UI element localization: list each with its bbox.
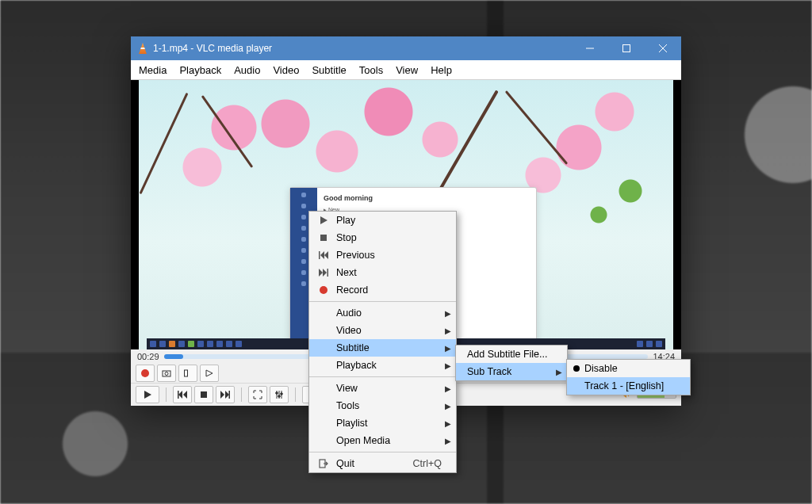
sub-sub-track[interactable]: Sub Track▶ (456, 363, 567, 380)
ctx-video[interactable]: Video▶ (309, 322, 456, 339)
ctx-tools[interactable]: Tools▶ (309, 397, 456, 414)
menu-audio[interactable]: Audio (228, 63, 266, 78)
sub-sub-track-label: Sub Track (462, 366, 553, 377)
submenu-arrow-icon: ▶ (445, 309, 451, 318)
svg-marker-9 (178, 391, 182, 399)
next-button[interactable] (216, 386, 235, 403)
menu-help[interactable]: Help (424, 63, 458, 78)
menu-tools[interactable]: Tools (353, 63, 389, 78)
svg-marker-7 (206, 370, 213, 376)
video-content-greeting: Good morning (324, 194, 530, 202)
menu-playback[interactable]: Playback (173, 63, 228, 78)
ctx-quit[interactable]: Quit Ctrl+Q (309, 455, 456, 472)
svg-point-34 (320, 286, 327, 294)
submenu-arrow-icon: ▶ (445, 361, 451, 370)
svg-point-19 (276, 392, 278, 395)
extended-settings-button[interactable] (270, 386, 289, 403)
loop-b-button[interactable] (200, 365, 219, 382)
prev-button[interactable] (173, 386, 192, 403)
submenu-arrow-icon: ▶ (445, 384, 451, 393)
track-1-label: Track 1 - [English] (584, 380, 676, 391)
svg-marker-11 (183, 391, 187, 399)
loop-a-button[interactable] (178, 365, 197, 382)
submenu-arrow-icon: ▶ (556, 368, 562, 376)
minimize-button[interactable] (572, 36, 608, 60)
svg-rect-12 (201, 391, 207, 398)
titlebar[interactable]: 1-1.mp4 - VLC media player (131, 36, 681, 60)
ctx-stop-label: Stop (336, 232, 442, 243)
submenu-arrow-icon: ▶ (445, 437, 451, 445)
svg-point-21 (281, 393, 283, 395)
svg-rect-27 (320, 235, 327, 241)
ctx-audio-label: Audio (336, 307, 442, 319)
quit-icon (316, 459, 331, 468)
ctx-next-label: Next (336, 267, 442, 278)
menu-subtitle[interactable]: Subtitle (305, 63, 352, 78)
submenu-arrow-icon: ▶ (445, 419, 451, 428)
stop-icon (316, 233, 331, 242)
ctx-open-media-label: Open Media (336, 435, 442, 446)
ctx-playback-label: Playback (336, 360, 442, 371)
ctx-quit-accel: Ctrl+Q (413, 458, 442, 469)
subtitle-submenu: Add Subtitle File... Sub Track▶ (455, 345, 568, 381)
close-button[interactable] (645, 36, 681, 60)
submenu-arrow-icon: ▶ (445, 326, 451, 335)
ctx-playback[interactable]: Playback▶ (309, 357, 456, 374)
svg-rect-28 (319, 251, 320, 259)
record-button[interactable] (136, 365, 155, 382)
track-disable[interactable]: Disable (567, 360, 690, 377)
play-icon (316, 216, 331, 225)
submenu-arrow-icon: ▶ (445, 344, 451, 353)
window-title: 1-1.mp4 - VLC media player (153, 43, 272, 54)
track-1-english[interactable]: Track 1 - [English] (567, 377, 690, 395)
menu-video[interactable]: Video (266, 63, 305, 78)
time-elapsed: 00:29 (137, 352, 159, 361)
svg-marker-14 (225, 391, 229, 399)
radio-selected-icon (573, 365, 580, 372)
svg-marker-29 (320, 251, 324, 259)
menu-media[interactable]: Media (132, 63, 173, 78)
vlc-cone-icon (137, 43, 148, 54)
snapshot-button[interactable] (157, 365, 176, 382)
fullscreen-button[interactable] (248, 386, 267, 403)
ctx-previous-label: Previous (336, 250, 442, 261)
ctx-subtitle[interactable]: Subtitle▶ (309, 339, 456, 357)
sub-add-file[interactable]: Add Subtitle File... (456, 346, 567, 363)
ctx-quit-label: Quit (336, 458, 397, 469)
svg-marker-31 (319, 269, 323, 277)
ctx-record[interactable]: Record (309, 281, 456, 299)
ctx-tools-label: Tools (336, 400, 442, 411)
menu-view[interactable]: View (389, 63, 424, 78)
maximize-button[interactable] (608, 36, 645, 60)
svg-marker-8 (144, 391, 151, 399)
ctx-play[interactable]: Play (309, 212, 456, 229)
stop-button[interactable] (194, 386, 213, 403)
svg-rect-15 (229, 391, 231, 399)
svg-point-5 (165, 372, 168, 376)
svg-rect-10 (178, 391, 179, 399)
svg-rect-1 (623, 45, 630, 52)
ctx-audio[interactable]: Audio▶ (309, 304, 456, 322)
ctx-stop[interactable]: Stop (309, 229, 456, 246)
ctx-playlist-label: Playlist (336, 418, 442, 429)
submenu-arrow-icon: ▶ (445, 402, 451, 410)
ctx-playlist[interactable]: Playlist▶ (309, 414, 456, 432)
svg-rect-33 (327, 269, 329, 277)
ctx-subtitle-label: Subtitle (336, 342, 442, 353)
ctx-next[interactable]: Next (309, 264, 456, 281)
next-icon (316, 268, 331, 277)
ctx-view[interactable]: View▶ (309, 380, 456, 397)
svg-marker-13 (220, 391, 224, 399)
context-menu: Play Stop Previous Next Record Audio▶ Vi… (308, 211, 457, 473)
ctx-previous[interactable]: Previous (309, 246, 456, 264)
ctx-video-label: Video (336, 325, 442, 336)
ctx-open-media[interactable]: Open Media▶ (309, 432, 456, 449)
track-disable-label: Disable (584, 363, 676, 374)
record-icon (316, 285, 331, 295)
ctx-view-label: View (336, 383, 442, 394)
ctx-play-label: Play (336, 215, 442, 226)
svg-marker-26 (320, 216, 327, 224)
ctx-record-label: Record (336, 284, 442, 296)
svg-point-20 (278, 395, 281, 398)
play-button[interactable] (136, 386, 159, 403)
